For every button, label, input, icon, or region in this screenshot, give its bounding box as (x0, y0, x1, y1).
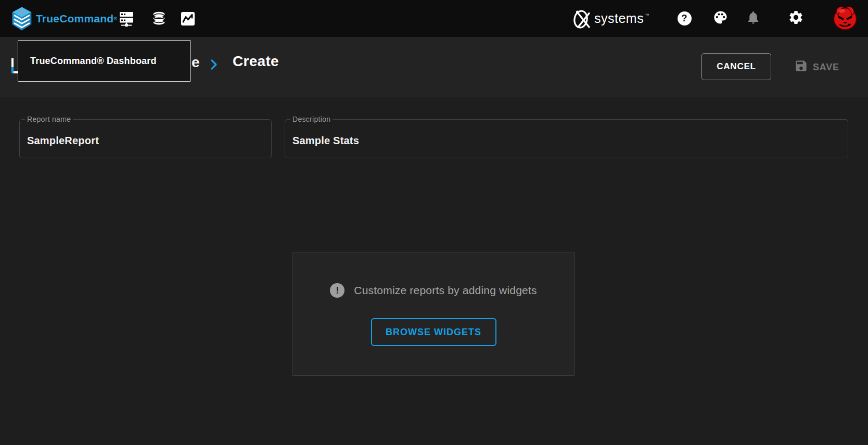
page-header: e Create CANCEL SAVE TrueCommand® Dashbo… (0, 37, 868, 97)
description-field[interactable]: Description Sample Stats (285, 119, 848, 158)
storage-icon[interactable] (147, 0, 170, 37)
empty-state-message-row: ! Customize reports by adding widgets (330, 283, 537, 298)
info-exclamation-icon: ! (330, 283, 344, 298)
report-name-value[interactable]: SampleReport (27, 135, 271, 147)
brand-name: TrueCommand (36, 12, 113, 25)
save-label: SAVE (813, 62, 839, 73)
breadcrumb-chevron-icon (210, 59, 218, 72)
reports-icon[interactable] (176, 0, 199, 37)
description-value[interactable]: Sample Stats (292, 135, 848, 147)
chart-fragment-accent (11, 67, 14, 73)
description-label: Description (290, 115, 333, 123)
help-button[interactable]: ? (674, 0, 695, 37)
user-avatar[interactable] (832, 4, 859, 31)
bell-icon (746, 10, 761, 27)
ixsystems-text: systems (594, 11, 644, 26)
report-name-label: Report name (25, 115, 73, 123)
browse-widgets-button[interactable]: BROWSE WIDGETS (371, 318, 496, 346)
settings-button[interactable] (785, 0, 806, 37)
widgets-empty-state-panel: ! Customize reports by adding widgets BR… (292, 252, 575, 376)
help-icon: ? (678, 11, 692, 26)
main-content: Report name SampleReport Description Sam… (0, 97, 868, 445)
save-floppy-icon (794, 59, 808, 75)
cancel-button[interactable]: CANCEL (701, 53, 771, 80)
ixsystems-tm: ™ (645, 13, 649, 18)
empty-state-message: Customize reports by adding widgets (354, 284, 537, 297)
gear-icon (788, 9, 804, 28)
truecommand-home-link[interactable]: TrueCommand ® (11, 0, 117, 37)
ixsystems-mark-icon (571, 8, 593, 29)
breadcrumb-parent-tail: e (192, 54, 200, 71)
truecommand-app: TrueCommand ® (0, 0, 868, 445)
tooltip-text: TrueCommand® Dashboard (30, 56, 157, 67)
truecommand-logo-icon (11, 7, 32, 31)
theme-button[interactable] (710, 0, 731, 37)
systems-icon[interactable] (115, 0, 138, 37)
ixsystems-logo: systems ™ (571, 0, 649, 37)
palette-icon (713, 10, 728, 27)
page-title: Create (233, 53, 279, 70)
save-button[interactable]: SAVE (794, 37, 839, 97)
truecommand-dashboard-tooltip: TrueCommand® Dashboard (18, 40, 191, 82)
topbar: TrueCommand ® (0, 0, 868, 37)
alerts-button[interactable] (743, 0, 763, 37)
report-name-field[interactable]: Report name SampleReport (19, 119, 272, 158)
